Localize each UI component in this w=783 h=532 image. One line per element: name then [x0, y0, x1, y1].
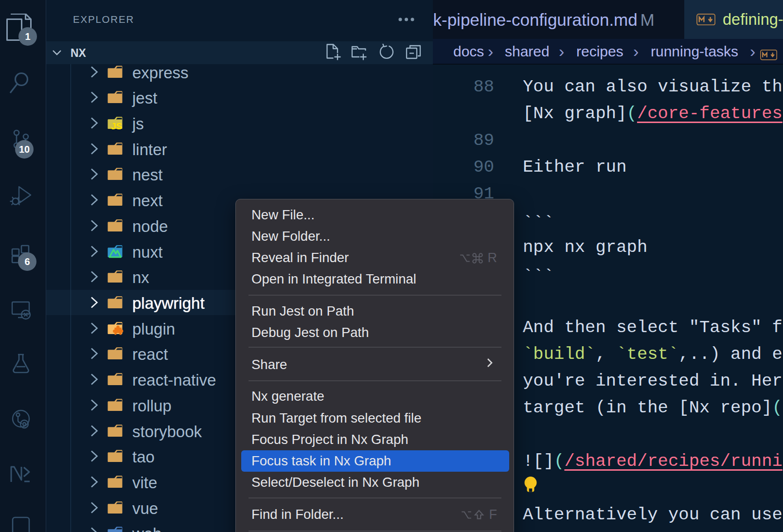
svg-text:JS: JS — [111, 121, 122, 131]
